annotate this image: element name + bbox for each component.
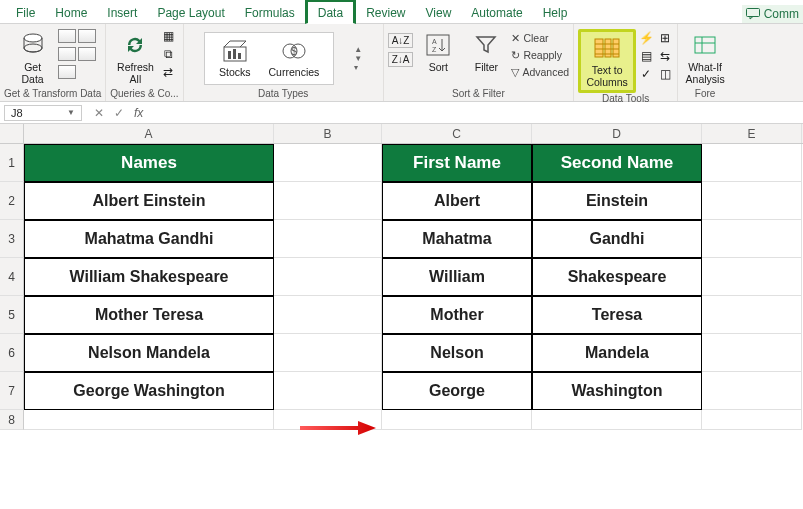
data-types-scroll[interactable]: ▲ ▼ ▾ (354, 45, 362, 72)
row-header-3[interactable]: 3 (0, 220, 24, 258)
refresh-all-button[interactable]: Refresh All (112, 29, 158, 87)
cell-a6[interactable]: Nelson Mandela (24, 334, 274, 372)
cell-e6[interactable] (702, 334, 802, 372)
reapply-button[interactable]: ↻Reapply (511, 49, 569, 61)
comments-button[interactable]: Comm (742, 5, 803, 23)
data-model-icon[interactable]: ◫ (657, 67, 673, 81)
consolidate-icon[interactable]: ⊞ (657, 31, 673, 45)
cell-e2[interactable] (702, 182, 802, 220)
tab-data[interactable]: Data (305, 0, 356, 24)
fx-icon[interactable]: fx (134, 106, 149, 120)
get-data-button[interactable]: Get Data (10, 29, 56, 87)
cell-b2[interactable] (274, 182, 382, 220)
cell-d1[interactable]: Second Name (532, 144, 702, 182)
cell-d6[interactable]: Mandela (532, 334, 702, 372)
cell-c2[interactable]: Albert (382, 182, 532, 220)
cell-d7[interactable]: Washington (532, 372, 702, 410)
tab-review[interactable]: Review (356, 2, 415, 23)
cell-c3[interactable]: Mahatma (382, 220, 532, 258)
row-header-6[interactable]: 6 (0, 334, 24, 372)
cell-d8[interactable] (532, 410, 702, 430)
cell-e7[interactable] (702, 372, 802, 410)
row-header-2[interactable]: 2 (0, 182, 24, 220)
tab-pagelayout[interactable]: Page Layout (147, 2, 234, 23)
cell-d3[interactable]: Gandhi (532, 220, 702, 258)
cell-d2[interactable]: Einstein (532, 182, 702, 220)
col-header-a[interactable]: A (24, 124, 274, 143)
from-table-icon[interactable] (58, 47, 76, 61)
cell-a8[interactable] (24, 410, 274, 430)
row-header-7[interactable]: 7 (0, 372, 24, 410)
cell-d5[interactable]: Teresa (532, 296, 702, 334)
recent-sources-icon[interactable] (78, 47, 96, 61)
cell-c6[interactable]: Nelson (382, 334, 532, 372)
cell-b3[interactable] (274, 220, 382, 258)
cell-b1[interactable] (274, 144, 382, 182)
cell-b8[interactable] (274, 410, 382, 430)
cell-e3[interactable] (702, 220, 802, 258)
filter-button[interactable]: Filter (463, 29, 509, 75)
what-if-button[interactable]: What-If Analysis (682, 29, 728, 87)
cell-b7[interactable] (274, 372, 382, 410)
properties-icon[interactable]: ⧉ (160, 47, 176, 61)
tab-file[interactable]: File (6, 2, 45, 23)
relationships-icon[interactable]: ⇆ (657, 49, 673, 63)
cell-e8[interactable] (702, 410, 802, 430)
existing-conn-icon[interactable] (58, 65, 76, 79)
cell-c7[interactable]: George (382, 372, 532, 410)
clear-button[interactable]: ✕Clear (511, 32, 569, 44)
cell-e1[interactable] (702, 144, 802, 182)
tab-view[interactable]: View (416, 2, 462, 23)
tab-insert[interactable]: Insert (97, 2, 147, 23)
flash-fill-icon[interactable]: ⚡ (638, 31, 654, 45)
select-all-corner[interactable] (0, 124, 24, 144)
row-header-8[interactable]: 8 (0, 410, 24, 430)
cell-c8[interactable] (382, 410, 532, 430)
row-header-5[interactable]: 5 (0, 296, 24, 334)
edit-links-icon[interactable]: ⇄ (160, 65, 176, 79)
cell-a7[interactable]: George Washington (24, 372, 274, 410)
cell-a5[interactable]: Mother Teresa (24, 296, 274, 334)
cell-c1[interactable]: First Name (382, 144, 532, 182)
cancel-icon[interactable]: ✕ (94, 106, 104, 120)
formula-input[interactable] (157, 107, 803, 119)
sort-asc-button[interactable]: A↓Z (388, 33, 414, 48)
cell-c4[interactable]: William (382, 258, 532, 296)
data-validation-icon[interactable]: ✓ (638, 67, 654, 81)
remove-duplicates-icon[interactable]: ▤ (638, 49, 654, 63)
cell-c5[interactable]: Mother (382, 296, 532, 334)
name-box[interactable]: J8 ▼ (4, 105, 82, 121)
cell-a2[interactable]: Albert Einstein (24, 182, 274, 220)
name-box-dropdown-icon[interactable]: ▼ (67, 108, 75, 117)
data-types-gallery[interactable]: Stocks $ Currencies (204, 32, 334, 85)
cell-a1[interactable]: Names (24, 144, 274, 182)
advanced-button[interactable]: ▽Advanced (511, 66, 569, 78)
sort-button[interactable]: AZ Sort (415, 29, 461, 75)
cell-b5[interactable] (274, 296, 382, 334)
cell-e5[interactable] (702, 296, 802, 334)
sort-desc-button[interactable]: Z↓A (388, 52, 414, 67)
col-header-e[interactable]: E (702, 124, 802, 143)
cell-a3[interactable]: Mahatma Gandhi (24, 220, 274, 258)
chevron-up-icon[interactable]: ▲ (354, 45, 362, 54)
col-header-d[interactable]: D (532, 124, 702, 143)
cell-b4[interactable] (274, 258, 382, 296)
cell-a4[interactable]: William Shakespeare (24, 258, 274, 296)
tab-home[interactable]: Home (45, 2, 97, 23)
col-header-b[interactable]: B (274, 124, 382, 143)
from-text-icon[interactable] (58, 29, 76, 43)
col-header-c[interactable]: C (382, 124, 532, 143)
chevron-down-icon[interactable]: ▼ (354, 54, 362, 63)
cell-e4[interactable] (702, 258, 802, 296)
tab-automate[interactable]: Automate (461, 2, 532, 23)
row-header-1[interactable]: 1 (0, 144, 24, 182)
tab-help[interactable]: Help (533, 2, 578, 23)
row-header-4[interactable]: 4 (0, 258, 24, 296)
chevron-expand-icon[interactable]: ▾ (354, 63, 362, 72)
tab-formulas[interactable]: Formulas (235, 2, 305, 23)
enter-icon[interactable]: ✓ (114, 106, 124, 120)
cell-d4[interactable]: Shakespeare (532, 258, 702, 296)
from-web-icon[interactable] (78, 29, 96, 43)
text-to-columns-button[interactable]: Text to Columns (578, 29, 636, 93)
queries-icon[interactable]: ▦ (160, 29, 176, 43)
